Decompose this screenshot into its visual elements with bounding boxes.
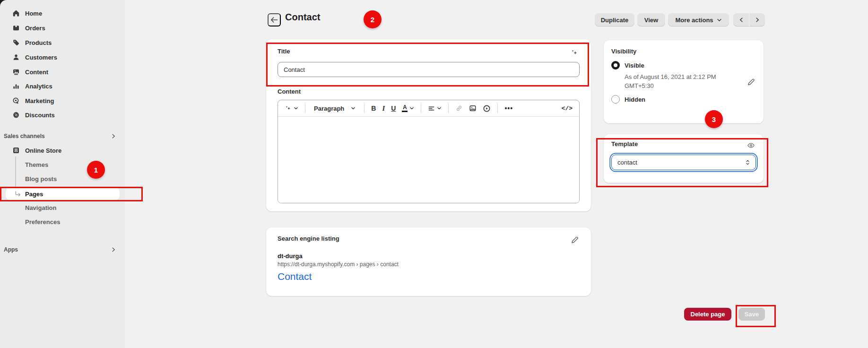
sidebar-item-orders[interactable]: Orders (0, 21, 125, 35)
content-textarea[interactable] (278, 117, 579, 203)
next-page-button[interactable] (749, 13, 765, 26)
sidebar-item-customers[interactable]: Customers (0, 50, 125, 64)
sidebar-item-label: Products (25, 39, 52, 46)
radio-selected-icon (611, 61, 620, 70)
annotation-step-1: 1 (87, 161, 105, 179)
return-arrow-icon (14, 191, 21, 198)
sidebar-item-products[interactable]: Products (0, 35, 125, 50)
underline-button[interactable]: U (390, 104, 397, 113)
chevron-right-icon (111, 133, 116, 139)
sidebar-item-content[interactable]: Content (0, 65, 125, 79)
ai-assist-button[interactable] (284, 104, 299, 113)
visible-date-line2: GMT+5:30 (625, 81, 719, 90)
edit-visibility-button[interactable] (746, 77, 756, 87)
edit-seo-button[interactable] (570, 235, 580, 245)
bold-button[interactable]: B (370, 104, 377, 113)
annotation-step-3: 3 (705, 110, 723, 128)
content-icon (12, 68, 20, 76)
sidebar-section-apps[interactable]: Apps (0, 243, 125, 256)
insert-image-button[interactable] (468, 104, 477, 113)
chevron-down-icon (409, 106, 414, 111)
sidebar-item-label: Themes (25, 161, 48, 168)
title-input[interactable] (278, 62, 580, 77)
sidebar-item-navigation[interactable]: Navigation (0, 201, 125, 214)
sidebar-item-online-store[interactable]: Online Store (0, 143, 125, 157)
template-select[interactable]: contact (611, 155, 756, 170)
text-color-dropdown[interactable]: A (401, 104, 415, 113)
previous-page-button[interactable] (733, 13, 749, 26)
chevron-down-icon (437, 106, 442, 111)
discounts-icon (12, 111, 20, 119)
ai-generate-button[interactable] (569, 48, 580, 58)
sidebar-item-marketing[interactable]: Marketing (0, 94, 125, 108)
image-icon (469, 104, 477, 112)
paragraph-label: Paragraph (314, 105, 344, 112)
chevron-left-icon (738, 17, 744, 23)
page-details-card: Title Content Paragraph B I U A (266, 39, 591, 211)
seo-heading: Search engine listing (278, 235, 339, 242)
code-view-button[interactable]: </> (561, 104, 573, 113)
template-card: Template contact (604, 134, 764, 183)
products-icon (12, 39, 20, 46)
eye-icon (747, 141, 755, 149)
sidebar-item-label: Customers (25, 54, 57, 61)
visibility-heading: Visibility (611, 48, 756, 55)
hidden-radio-option[interactable]: Hidden (611, 95, 756, 104)
paragraph-style-dropdown[interactable]: Paragraph (311, 104, 358, 113)
seo-site-name: dt-durga (278, 252, 580, 260)
sidebar-section-sales-channels[interactable]: Sales channels (0, 130, 125, 143)
seo-breadcrumb-url: https://dt-durga.myshopify.com › pages ›… (278, 261, 580, 268)
sidebar-item-pages[interactable]: Pages (6, 187, 120, 200)
sparkles-icon (285, 105, 292, 112)
sidebar-item-themes[interactable]: Themes (0, 158, 125, 171)
view-label: View (644, 17, 658, 24)
store-icon (12, 147, 20, 154)
visible-label: Visible (625, 62, 644, 69)
toolbar-divider (364, 104, 365, 113)
sidebar-item-label: Marketing (25, 97, 54, 104)
insert-video-button[interactable] (482, 104, 492, 113)
sidebar-item-blog-posts[interactable]: Blog posts (0, 172, 125, 185)
seo-page-link[interactable]: Contact (278, 271, 312, 282)
sparkles-icon (570, 49, 579, 57)
sales-channels-label: Sales channels (4, 133, 45, 139)
analytics-icon (12, 82, 20, 90)
annotation-step-2: 2 (364, 10, 382, 28)
play-circle-icon (483, 104, 491, 113)
sidebar-item-label: Analytics (25, 83, 52, 90)
radio-unselected-icon (611, 95, 620, 104)
visibility-card: Visibility Visible As of August 16, 2021… (604, 40, 764, 123)
sidebar-item-label: Content (25, 69, 48, 76)
delete-page-button[interactable]: Delete page (684, 308, 731, 321)
save-button[interactable]: Save (738, 308, 765, 321)
marketing-icon (12, 97, 20, 104)
alignment-dropdown[interactable] (427, 104, 443, 113)
back-arrow-icon (269, 15, 279, 25)
sidebar-item-preferences[interactable]: Preferences (0, 215, 125, 228)
customers-icon (12, 53, 20, 61)
sidebar-item-label: Preferences (25, 218, 60, 226)
insert-link-button[interactable] (454, 104, 464, 113)
sidebar-item-discounts[interactable]: Discounts (0, 108, 125, 122)
editor-toolbar: Paragraph B I U A (278, 100, 579, 117)
toolbar-divider (305, 104, 305, 113)
sidebar-item-home[interactable]: Home (0, 6, 125, 20)
italic-button[interactable]: I (381, 104, 386, 113)
visible-radio-option[interactable]: Visible (611, 61, 756, 70)
sidebar-item-analytics[interactable]: Analytics (0, 79, 125, 93)
link-icon (455, 104, 463, 112)
more-actions-button[interactable]: More actions (668, 13, 729, 26)
toolbar-divider (448, 104, 449, 113)
apps-label: Apps (4, 246, 18, 253)
more-formatting-button[interactable]: ••• (503, 104, 514, 113)
duplicate-button[interactable]: Duplicate (595, 13, 634, 26)
sidebar-item-label: Discounts (25, 112, 55, 119)
back-button[interactable] (268, 13, 281, 26)
chevron-right-icon (111, 247, 116, 252)
view-button[interactable]: View (637, 13, 665, 26)
preview-template-button[interactable] (746, 140, 756, 150)
sidebar-item-label: Pages (25, 191, 43, 198)
toolbar-divider (421, 104, 421, 113)
home-icon (12, 9, 20, 17)
sidebar-item-label: Orders (25, 25, 45, 32)
